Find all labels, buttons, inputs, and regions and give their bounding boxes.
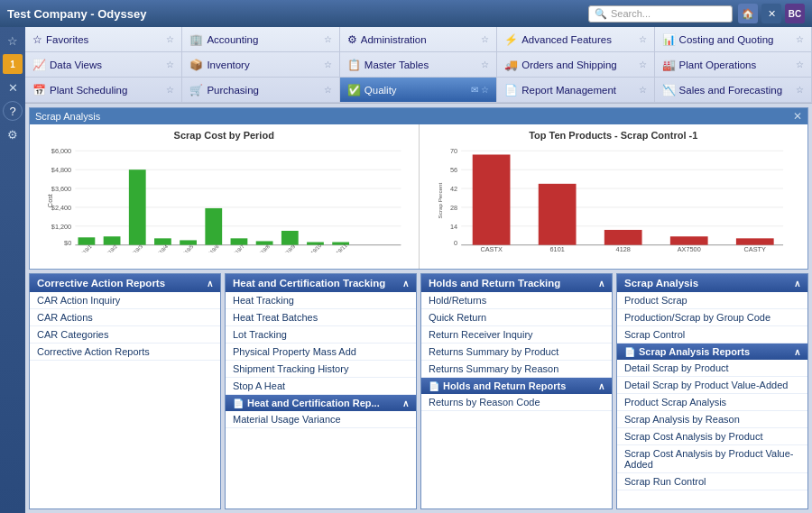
svg-rect-49 xyxy=(538,184,576,245)
nav-master-tables[interactable]: 📋 Master Tables ☆ xyxy=(340,52,497,78)
list-item[interactable]: Returns by Reason Code xyxy=(421,394,612,411)
sidebar-btn-settings[interactable]: ⚙ xyxy=(3,124,23,144)
list-item[interactable]: Stop A Heat xyxy=(226,378,416,395)
list-item[interactable]: Quick Return xyxy=(421,309,612,326)
panel-heat-cert-chevron: ∧ xyxy=(402,279,409,289)
panel-heat-cert: Heat and Certification Tracking ∧ Heat T… xyxy=(225,273,417,509)
nav-plant-ops[interactable]: 🏭 Plant Operations ☆ xyxy=(655,52,812,78)
nav-costing[interactable]: 📊 Costing and Quoting ☆ xyxy=(655,27,812,52)
list-item[interactable]: Lot Tracking xyxy=(226,326,416,344)
sub-panel-holds-icon: 📄 xyxy=(429,381,439,391)
list-item[interactable]: Heat Tracking xyxy=(226,292,416,309)
nav-advanced-label: Advanced Features xyxy=(521,34,612,45)
nav-inventory[interactable]: 📦 Inventory ☆ xyxy=(182,52,339,78)
list-item[interactable]: Detail Scrap by Product xyxy=(617,360,807,377)
nav-data-views-star: ☆ xyxy=(166,60,174,69)
list-item[interactable]: Hold/Returns xyxy=(421,292,612,309)
svg-text:AX7500: AX7500 xyxy=(677,245,700,252)
sub-panel-chevron: ∧ xyxy=(402,398,409,408)
nav-accounting[interactable]: 🏢 Accounting ☆ xyxy=(182,27,339,52)
header: Test Company - Odyssey 🔍 Search... 🏠 ✕ B… xyxy=(0,0,812,27)
list-item[interactable]: Scrap Run Control xyxy=(617,473,807,490)
nav-favorites[interactable]: ☆ Favorites ☆ xyxy=(25,27,182,52)
list-item[interactable]: Product Scrap xyxy=(617,292,807,309)
list-item[interactable]: Shipment Tracking History xyxy=(226,361,416,378)
nav-administration-star: ☆ xyxy=(481,34,489,44)
list-item[interactable]: Returns Summary by Product xyxy=(421,344,612,361)
list-item[interactable]: Heat Treat Batches xyxy=(226,309,416,326)
panel-heat-cert-header[interactable]: Heat and Certification Tracking ∧ xyxy=(226,274,416,292)
sub-panel-holds-title: Holds and Return Reports xyxy=(443,380,566,391)
nav-quality[interactable]: ✅ Quality ✉ ☆ xyxy=(340,78,497,103)
list-item[interactable]: Scrap Cost Analysis by Product Value-Add… xyxy=(617,445,807,473)
list-item[interactable]: Returns Summary by Reason xyxy=(421,361,612,378)
list-item[interactable]: Return Receiver Inquiry xyxy=(421,326,612,344)
sidebar-btn-favorites[interactable]: ☆ xyxy=(3,31,23,50)
list-item[interactable]: Scrap Control xyxy=(617,326,807,344)
sidebar-btn-notifications[interactable]: 1 xyxy=(3,54,23,74)
nav-purchasing[interactable]: 🛒 Purchasing ☆ xyxy=(182,78,339,103)
home-button[interactable]: 🏠 xyxy=(738,4,758,23)
nav-plant-sched-star: ☆ xyxy=(166,85,174,95)
list-item[interactable]: Material Usage Variance xyxy=(226,411,416,428)
list-item[interactable]: Scrap Analysis by Reason xyxy=(617,411,807,428)
nav-favorites-label: Favorites xyxy=(46,34,88,45)
panel-scrap-header[interactable]: Scrap Analysis ∧ xyxy=(617,274,807,292)
sub-panel-scrap-icon: 📄 xyxy=(624,347,635,357)
nav-advanced-features[interactable]: ⚡ Advanced Features ☆ xyxy=(497,27,654,52)
sub-panel-icon: 📄 xyxy=(233,398,244,408)
list-item[interactable]: CAR Actions xyxy=(30,309,220,326)
sidebar-btn-tools[interactable]: ✕ xyxy=(3,78,23,97)
nav-administration[interactable]: ⚙ Administration ☆ xyxy=(340,27,497,52)
search-placeholder: Search... xyxy=(611,8,651,19)
content-area: Scrap Analysis ✕ Scrap Cost by Period $6… xyxy=(25,104,812,513)
user-badge[interactable]: BC xyxy=(785,4,805,23)
left-chart-title: Scrap Cost by Period xyxy=(39,130,410,141)
charts-container: Scrap Cost by Period $6,000 $4,800 $3,60… xyxy=(30,124,807,269)
nav-favorites-star: ☆ xyxy=(166,34,174,44)
nav-report-mgmt[interactable]: 📄 Report Management ☆ xyxy=(497,78,654,103)
nav-purchasing-label: Purchasing xyxy=(207,85,259,96)
list-item[interactable]: Physical Property Mass Add xyxy=(226,344,416,361)
right-chart-svg: 70 56 42 28 14 0 Scrap Percent xyxy=(429,144,799,252)
search-box[interactable]: 🔍 Search... xyxy=(588,5,733,23)
right-chart-title: Top Ten Products - Scrap Control -1 xyxy=(429,130,799,141)
nav-sales-label: Sales and Forecasting xyxy=(679,85,782,96)
list-item[interactable]: CAR Action Inquiry xyxy=(30,292,220,309)
sub-panel-heat-cert-reports-header[interactable]: 📄 Heat and Certification Rep... ∧ xyxy=(226,395,416,411)
nav-administration-label: Administration xyxy=(361,34,427,45)
list-item[interactable]: Detail Scrap by Product Value-Added xyxy=(617,377,807,394)
nav-sales[interactable]: 📉 Sales and Forecasting ☆ xyxy=(655,78,812,103)
svg-rect-51 xyxy=(669,236,707,244)
nav-data-views[interactable]: 📈 Data Views ☆ xyxy=(25,52,182,78)
sub-panel-holds-reports-header[interactable]: 📄 Holds and Return Reports ∧ xyxy=(421,378,612,394)
sub-panel-scrap-title: Scrap Analysis Reports xyxy=(639,346,750,357)
chart-header: Scrap Analysis ✕ xyxy=(30,108,807,124)
sidebar-btn-help[interactable]: ? xyxy=(3,101,23,121)
svg-rect-14 xyxy=(104,236,121,244)
panel-holds-chevron: ∧ xyxy=(598,279,604,289)
panel-corrective-action-header[interactable]: Corrective Action Reports ∧ xyxy=(30,274,220,292)
svg-rect-23 xyxy=(332,243,349,245)
list-item[interactable]: Production/Scrap by Group Code xyxy=(617,309,807,326)
settings-button[interactable]: ✕ xyxy=(761,4,781,23)
nav-administration-icon: ⚙ xyxy=(347,33,357,46)
sub-panel-heat-cert-title: Heat and Certification Rep... xyxy=(247,398,380,408)
list-item[interactable]: Corrective Action Reports xyxy=(30,344,220,361)
sub-panel-scrap-reports-header[interactable]: 📄 Scrap Analysis Reports ∧ xyxy=(617,344,807,360)
svg-text:$6,000: $6,000 xyxy=(51,147,71,155)
list-item[interactable]: Scrap Cost Analysis by Product xyxy=(617,428,807,445)
panel-holds-header[interactable]: Holds and Return Tracking ∧ xyxy=(421,274,612,292)
nav-report-icon: 📄 xyxy=(504,84,518,96)
svg-text:70: 70 xyxy=(449,147,457,155)
chart-close-button[interactable]: ✕ xyxy=(793,110,802,123)
nav-purchasing-icon: 🛒 xyxy=(189,84,203,96)
header-icons: 🏠 ✕ BC xyxy=(738,4,805,23)
nav-master-tables-icon: 📋 xyxy=(347,59,361,71)
nav-orders[interactable]: 🚚 Orders and Shipping ☆ xyxy=(497,52,654,78)
nav-plant-scheduling[interactable]: 📅 Plant Scheduling ☆ xyxy=(25,78,182,103)
list-item[interactable]: CAR Categories xyxy=(30,326,220,344)
header-right: 🔍 Search... 🏠 ✕ BC xyxy=(588,4,805,23)
panel-scrap: Scrap Analysis ∧ Product Scrap Productio… xyxy=(616,273,808,509)
list-item[interactable]: Product Scrap Analysis xyxy=(617,394,807,411)
